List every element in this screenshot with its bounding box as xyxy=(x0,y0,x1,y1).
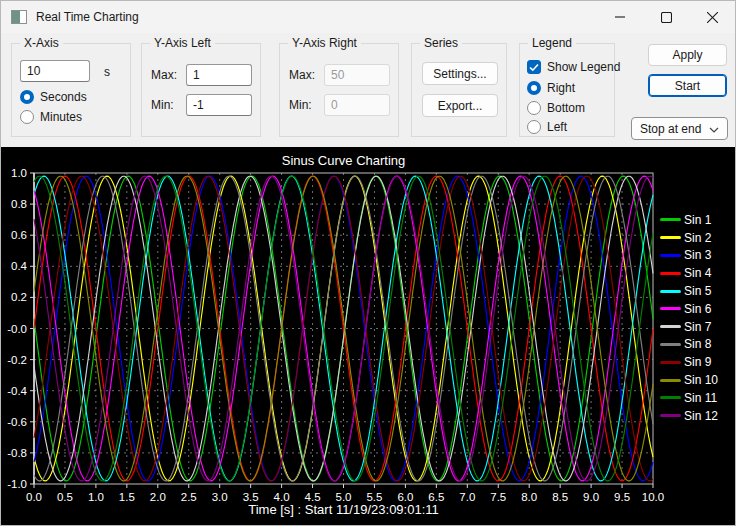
legend-swatch-icon xyxy=(660,396,681,399)
stop-mode-value: Stop at end xyxy=(640,122,701,136)
legend-item: Sin 3 xyxy=(660,247,718,265)
series-settings-button[interactable]: Settings... xyxy=(422,62,498,85)
legend-label: Sin 1 xyxy=(684,213,711,227)
legend-label: Sin 10 xyxy=(684,373,718,387)
legend-swatch-icon xyxy=(660,272,681,275)
legend-item: Sin 4 xyxy=(660,264,718,282)
legend-label: Sin 12 xyxy=(684,409,718,423)
check-icon xyxy=(529,63,539,72)
plot-canvas: 0.00.51.01.52.02.53.03.54.04.55.05.56.06… xyxy=(1,147,736,526)
group-legend: Legend Show Legend Right Bottom Left xyxy=(519,43,615,137)
svg-text:-0.2: -0.2 xyxy=(7,354,27,366)
chart-legend: Sin 1Sin 2Sin 3Sin 4Sin 5Sin 6Sin 7Sin 8… xyxy=(660,211,718,425)
legend-radio-bottom[interactable]: Bottom xyxy=(527,101,585,115)
chart-x-axis-label: Time [s] : Start 11/19/23:09:01:11 xyxy=(34,502,653,517)
chart-area: Sinus Curve Charting 0.00.51.01.52.02.53… xyxy=(1,147,736,526)
legend-radio-bottom-label: Bottom xyxy=(547,101,585,115)
radio-seconds-icon xyxy=(20,90,34,104)
svg-text:-1.0: -1.0 xyxy=(7,478,27,490)
legend-swatch-icon xyxy=(660,379,681,382)
svg-text:0.4: 0.4 xyxy=(11,260,28,272)
show-legend-label: Show Legend xyxy=(547,60,620,74)
app-window: Real Time Charting X-Axis s Seconds Minu… xyxy=(0,0,736,526)
svg-text:-0.0: -0.0 xyxy=(7,323,27,335)
legend-swatch-icon xyxy=(660,236,681,239)
legend-item: Sin 12 xyxy=(660,407,718,425)
radio-minutes-label: Minutes xyxy=(40,110,82,124)
legend-swatch-icon xyxy=(660,343,681,346)
legend-label: Sin 6 xyxy=(684,302,711,316)
x-axis-unit-label: s xyxy=(104,65,110,79)
svg-text:1.0: 1.0 xyxy=(11,167,27,179)
legend-item: Sin 7 xyxy=(660,318,718,336)
legend-label: Sin 4 xyxy=(684,266,711,280)
minimize-icon xyxy=(615,12,625,22)
radio-minutes-icon xyxy=(20,110,34,124)
show-legend-checkbox[interactable]: Show Legend xyxy=(527,60,620,74)
close-icon xyxy=(707,12,718,23)
legend-label: Sin 5 xyxy=(684,284,711,298)
y-left-min-label: Min: xyxy=(151,98,174,112)
group-x-axis: X-Axis s Seconds Minutes xyxy=(11,43,131,137)
maximize-button[interactable] xyxy=(643,1,689,33)
svg-text:-0.6: -0.6 xyxy=(7,416,27,428)
svg-text:-0.8: -0.8 xyxy=(7,447,27,459)
legend-label: Sin 11 xyxy=(684,391,717,405)
svg-text:0.8: 0.8 xyxy=(11,198,27,210)
group-y-axis-left-label: Y-Axis Left xyxy=(150,36,215,50)
legend-item: Sin 1 xyxy=(660,211,718,229)
close-button[interactable] xyxy=(689,1,735,33)
legend-label: Sin 8 xyxy=(684,337,711,351)
legend-swatch-icon xyxy=(660,290,681,293)
legend-label: Sin 3 xyxy=(684,248,711,262)
legend-swatch-icon xyxy=(660,361,681,364)
legend-swatch-icon xyxy=(660,325,681,328)
y-left-max-label: Max: xyxy=(151,68,177,82)
y-right-min-label: Min: xyxy=(289,98,312,112)
stop-mode-select[interactable]: Stop at end xyxy=(631,117,728,140)
group-series-label: Series xyxy=(420,36,462,50)
legend-radio-left-icon xyxy=(527,120,541,134)
app-icon xyxy=(11,10,27,24)
legend-radio-left[interactable]: Left xyxy=(527,120,567,134)
legend-item: Sin 5 xyxy=(660,282,718,300)
y-right-min-input xyxy=(324,94,390,116)
y-right-max-label: Max: xyxy=(289,68,315,82)
x-axis-value-input[interactable] xyxy=(20,60,90,82)
svg-text:-0.4: -0.4 xyxy=(7,385,27,397)
y-right-max-input xyxy=(324,64,390,86)
series-export-button[interactable]: Export... xyxy=(422,94,498,117)
svg-text:0.2: 0.2 xyxy=(11,291,27,303)
radio-minutes[interactable]: Minutes xyxy=(20,110,82,124)
legend-item: Sin 10 xyxy=(660,371,718,389)
legend-item: Sin 2 xyxy=(660,229,718,247)
y-left-min-input[interactable] xyxy=(186,94,252,116)
legend-radio-right[interactable]: Right xyxy=(527,81,575,95)
group-legend-label: Legend xyxy=(528,36,576,50)
legend-label: Sin 9 xyxy=(684,355,711,369)
group-x-axis-label: X-Axis xyxy=(20,36,63,50)
y-left-max-input[interactable] xyxy=(186,64,252,86)
apply-button[interactable]: Apply xyxy=(648,44,727,66)
legend-label: Sin 7 xyxy=(684,320,711,334)
chevron-down-icon xyxy=(709,122,719,136)
radio-seconds[interactable]: Seconds xyxy=(20,90,87,104)
minimize-button[interactable] xyxy=(597,1,643,33)
legend-radio-right-label: Right xyxy=(547,81,575,95)
group-y-axis-right-label: Y-Axis Right xyxy=(288,36,361,50)
legend-label: Sin 2 xyxy=(684,231,711,245)
legend-radio-bottom-icon xyxy=(527,101,541,115)
maximize-icon xyxy=(661,12,672,23)
legend-swatch-icon xyxy=(660,254,681,257)
window-title: Real Time Charting xyxy=(36,10,139,24)
legend-item: Sin 11 xyxy=(660,389,718,407)
legend-item: Sin 6 xyxy=(660,300,718,318)
radio-seconds-label: Seconds xyxy=(40,90,87,104)
svg-text:0.6: 0.6 xyxy=(11,229,27,241)
legend-item: Sin 8 xyxy=(660,336,718,354)
legend-radio-right-icon xyxy=(527,81,541,95)
group-y-axis-left: Y-Axis Left Max: Min: xyxy=(141,43,261,137)
start-button[interactable]: Start xyxy=(648,74,727,97)
legend-item: Sin 9 xyxy=(660,353,718,371)
checkbox-icon xyxy=(527,60,541,74)
